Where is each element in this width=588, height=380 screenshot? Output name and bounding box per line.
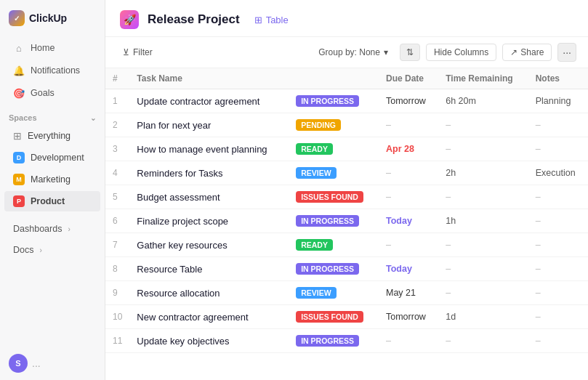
row-task-name: Resource allocation	[129, 281, 289, 305]
sidebar-item-product[interactable]: P Product	[4, 191, 100, 211]
row-time-remaining: –	[438, 113, 528, 137]
col-notes: Notes	[528, 68, 588, 89]
table-row[interactable]: 2 Plan for next year PENDING – – –	[105, 113, 588, 137]
row-due-date: Today	[379, 209, 438, 233]
row-notes: –	[528, 209, 588, 233]
share-button[interactable]: ↗ Share	[502, 44, 552, 61]
row-status: IN PROGRESS	[289, 89, 379, 113]
col-status	[289, 68, 379, 89]
home-icon: ⌂	[13, 42, 25, 54]
status-badge: IN PROGRESS	[296, 215, 359, 227]
filter-icon: ⊻	[123, 47, 129, 57]
more-options-button[interactable]: ···	[557, 43, 576, 62]
logo-text: ClickUp	[29, 12, 67, 24]
table-body: 1 Update contractor agreement IN PROGRES…	[105, 89, 588, 353]
product-dot: P	[13, 195, 25, 207]
row-notes: Planning	[528, 89, 588, 113]
hide-columns-button[interactable]: Hide Columns	[426, 44, 496, 61]
table-row[interactable]: 11 Update key objectives IN PROGRESS – –…	[105, 329, 588, 353]
row-num: 2	[105, 113, 129, 137]
sidebar-item-docs[interactable]: Docs ›	[4, 240, 100, 260]
col-task-name: Task Name	[129, 68, 289, 89]
row-num: 1	[105, 89, 129, 113]
row-notes: –	[528, 305, 588, 329]
docs-label: Docs	[13, 245, 33, 255]
status-badge: ISSUES FOUND	[296, 191, 363, 203]
status-badge: IN PROGRESS	[296, 263, 359, 275]
share-label: Share	[520, 47, 544, 57]
table-view-icon: ⊞	[254, 15, 262, 25]
row-due-date: –	[379, 185, 438, 209]
user-avatar[interactable]: S	[9, 354, 28, 373]
filter-button[interactable]: ⊻ Filter	[117, 44, 158, 60]
table-row[interactable]: 9 Resource allocation REVIEW May 21 – –	[105, 281, 588, 305]
sidebar-item-notifications[interactable]: 🔔 Notifications	[4, 60, 100, 81]
tasks-table: # Task Name Due Date Time Remaining Note…	[105, 68, 588, 353]
dashboards-arrow-icon: ›	[68, 225, 70, 233]
sidebar-item-everything-label: Everything	[28, 131, 71, 141]
row-task-name: Update key objectives	[129, 329, 289, 353]
row-status: IN PROGRESS	[289, 209, 379, 233]
row-task-name: Gather key resources	[129, 233, 289, 257]
sort-button[interactable]: ⇅	[400, 44, 420, 61]
sidebar-item-marketing[interactable]: M Marketing	[4, 169, 100, 190]
row-due-date: –	[379, 113, 438, 137]
toolbar: ⊻ Filter Group by: None ▾ ⇅ Hide Columns…	[105, 37, 588, 68]
row-notes: –	[528, 281, 588, 305]
spaces-label: Spaces	[9, 113, 37, 122]
logo-icon: ✓	[9, 10, 25, 26]
table-row[interactable]: 3 How to manage event planning READY Apr…	[105, 137, 588, 161]
status-badge: IN PROGRESS	[296, 95, 359, 107]
row-due-date: Tomorrow	[379, 305, 438, 329]
row-task-name: Finalize project scope	[129, 209, 289, 233]
sidebar-item-dashboards[interactable]: Dashboards ›	[4, 219, 100, 239]
group-by-dropdown[interactable]: Group by: None ▾	[313, 44, 394, 60]
row-time-remaining: –	[438, 185, 528, 209]
row-task-name: New contractor agreement	[129, 305, 289, 329]
sidebar-item-home[interactable]: ⌂ Home	[4, 37, 100, 59]
row-notes: –	[528, 233, 588, 257]
status-badge: REVIEW	[296, 287, 336, 299]
sidebar-item-notifications-label: Notifications	[31, 65, 80, 76]
table-view-toggle[interactable]: ⊞ Table	[249, 12, 294, 28]
sidebar-item-development[interactable]: D Development	[4, 147, 100, 168]
row-task-name: Budget assessment	[129, 185, 289, 209]
row-status: PENDING	[289, 113, 379, 137]
user-menu-dots[interactable]: ...	[32, 357, 41, 369]
col-time-remaining: Time Remaining	[438, 68, 528, 89]
row-task-name: How to manage event planning	[129, 137, 289, 161]
logo-area[interactable]: ✓ ClickUp	[0, 0, 105, 33]
col-due-date: Due Date	[379, 68, 438, 89]
row-status: IN PROGRESS	[289, 257, 379, 281]
row-notes: –	[528, 185, 588, 209]
sidebar-item-everything[interactable]: ⊞ Everything	[4, 126, 100, 146]
group-by-arrow-icon: ▾	[384, 47, 388, 57]
table-row[interactable]: 6 Finalize project scope IN PROGRESS Tod…	[105, 209, 588, 233]
sidebar-item-goals[interactable]: 🎯 Goals	[4, 82, 100, 104]
row-notes: –	[528, 329, 588, 353]
row-task-name: Resource Table	[129, 257, 289, 281]
table-row[interactable]: 7 Gather key resources READY – – –	[105, 233, 588, 257]
row-time-remaining: –	[438, 329, 528, 353]
row-notes: –	[528, 257, 588, 281]
spaces-section: Spaces ⌄	[0, 108, 105, 125]
bell-icon: 🔔	[13, 65, 25, 76]
table-row[interactable]: 4 Reminders for Tasks REVIEW – 2h Execut…	[105, 161, 588, 185]
status-badge: ISSUES FOUND	[296, 311, 363, 323]
row-status: READY	[289, 233, 379, 257]
row-notes: Execution	[528, 161, 588, 185]
row-due-date: Apr 28	[379, 137, 438, 161]
table-row[interactable]: 1 Update contractor agreement IN PROGRES…	[105, 89, 588, 113]
row-time-remaining: –	[438, 233, 528, 257]
spaces-arrow-icon[interactable]: ⌄	[90, 114, 96, 122]
table-row[interactable]: 10 New contractor agreement ISSUES FOUND…	[105, 305, 588, 329]
table-row[interactable]: 5 Budget assessment ISSUES FOUND – – –	[105, 185, 588, 209]
status-badge: READY	[296, 143, 333, 155]
row-status: REVIEW	[289, 281, 379, 305]
col-num: #	[105, 68, 129, 89]
row-due-date: –	[379, 233, 438, 257]
table-row[interactable]: 8 Resource Table IN PROGRESS Today – –	[105, 257, 588, 281]
row-num: 5	[105, 185, 129, 209]
row-num: 9	[105, 281, 129, 305]
status-badge: READY	[296, 239, 333, 251]
